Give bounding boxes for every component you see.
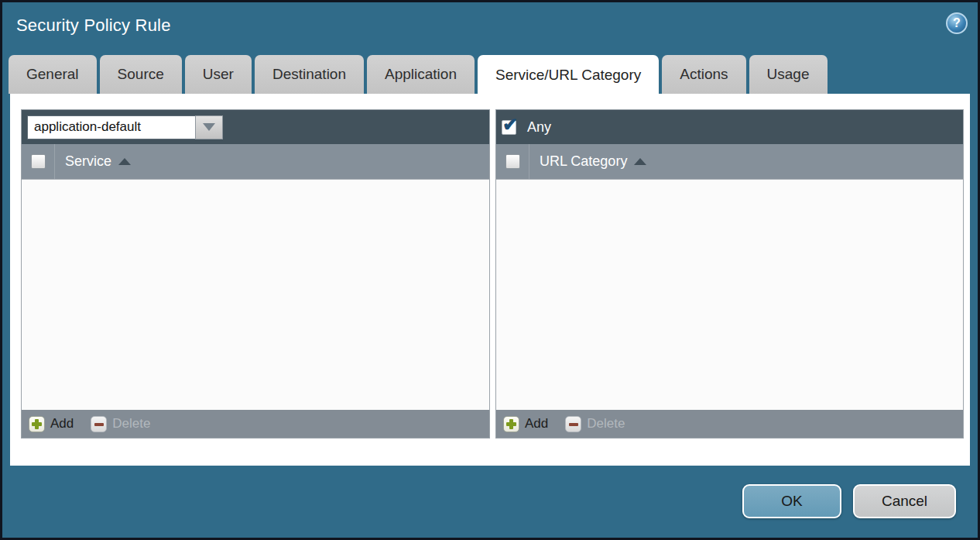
plus-icon (29, 416, 45, 432)
dialog-titlebar: Security Policy Rule ? (2, 2, 978, 50)
service-toolbar (22, 110, 489, 144)
tab-general[interactable]: General (9, 55, 97, 94)
tab-user[interactable]: User (185, 55, 252, 94)
url-category-column-header[interactable]: URL Category (540, 153, 646, 170)
sort-ascending-icon (634, 158, 646, 165)
ok-button[interactable]: OK (742, 484, 841, 518)
tab-bar: General Source User Destination Applicat… (9, 55, 971, 94)
help-icon[interactable]: ? (946, 12, 968, 34)
minus-icon (565, 416, 581, 432)
tab-content-area: Service Add Delete Any URL (10, 94, 970, 466)
service-grid-body[interactable] (22, 180, 489, 410)
service-type-input[interactable] (27, 115, 195, 139)
delete-button-label: Delete (112, 416, 150, 432)
service-grid-header: Service (22, 144, 489, 180)
url-category-toolbar: Any (496, 110, 963, 144)
tab-destination[interactable]: Destination (255, 55, 364, 94)
tab-usage[interactable]: Usage (749, 55, 828, 94)
tab-service-url-category[interactable]: Service/URL Category (478, 55, 659, 95)
delete-button-label: Delete (587, 416, 625, 432)
tab-source[interactable]: Source (100, 55, 182, 94)
url-category-delete-button[interactable]: Delete (565, 416, 625, 432)
url-category-select-all-checkbox[interactable] (505, 154, 520, 169)
tab-application[interactable]: Application (367, 55, 475, 94)
url-category-select-all-cell (496, 144, 529, 179)
chevron-down-icon (203, 123, 215, 131)
service-delete-button[interactable]: Delete (91, 416, 150, 432)
service-type-combobox (27, 115, 223, 139)
tab-actions[interactable]: Actions (662, 55, 745, 94)
service-panel: Service Add Delete (21, 109, 490, 439)
url-category-column-label: URL Category (540, 153, 627, 170)
any-checkbox[interactable] (502, 120, 516, 135)
service-column-header[interactable]: Service (65, 153, 131, 170)
dialog-title: Security Policy Rule (16, 15, 171, 36)
url-category-grid-body[interactable] (496, 180, 963, 410)
plus-icon (503, 416, 519, 432)
sort-ascending-icon (118, 158, 131, 165)
add-button-label: Add (50, 416, 74, 432)
any-checkbox-label: Any (527, 119, 551, 136)
cancel-button[interactable]: Cancel (853, 484, 956, 518)
add-button-label: Add (525, 416, 548, 432)
service-grid-footer: Add Delete (22, 410, 489, 438)
service-type-dropdown-button[interactable] (195, 115, 223, 139)
minus-icon (91, 416, 107, 432)
url-category-grid-header: URL Category (496, 144, 963, 180)
service-column-label: Service (65, 153, 111, 170)
url-category-grid-footer: Add Delete (496, 410, 963, 438)
service-add-button[interactable]: Add (29, 416, 74, 432)
service-select-all-cell (22, 144, 55, 179)
service-select-all-checkbox[interactable] (31, 154, 46, 169)
url-category-add-button[interactable]: Add (503, 416, 548, 432)
url-category-panel: Any URL Category Add Delete (495, 109, 964, 439)
